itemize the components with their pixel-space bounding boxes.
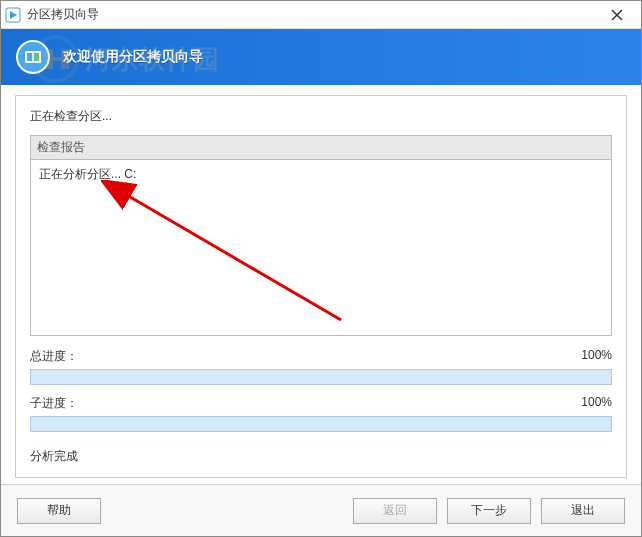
total-progress-label: 总进度： xyxy=(30,348,78,365)
button-bar: 帮助 返回 下一步 退出 xyxy=(1,484,641,536)
report-line: 正在分析分区... C: xyxy=(39,166,603,183)
svg-rect-7 xyxy=(34,53,39,61)
wizard-icon xyxy=(15,39,51,75)
back-button[interactable]: 返回 xyxy=(353,498,437,524)
total-progress-percent: 100% xyxy=(581,348,612,365)
sub-progress-percent: 100% xyxy=(581,395,612,412)
content-panel: 正在检查分区... 检查报告 正在分析分区... C: 总进度： 100% 子进… xyxy=(15,95,627,478)
sub-progress-fill xyxy=(31,417,611,431)
app-icon xyxy=(5,7,21,23)
wizard-header: 欢迎使用分区拷贝向导 xyxy=(1,29,641,85)
titlebar: 分区拷贝向导 xyxy=(1,1,641,29)
sub-progress-bar xyxy=(30,416,612,432)
total-progress-bar xyxy=(30,369,612,385)
window-title: 分区拷贝向导 xyxy=(27,6,597,23)
help-button[interactable]: 帮助 xyxy=(17,498,101,524)
total-progress-section: 总进度： 100% 子进度： 100% xyxy=(30,348,612,442)
sub-progress-label: 子进度： xyxy=(30,395,78,412)
content-area: 正在检查分区... 检查报告 正在分析分区... C: 总进度： 100% 子进… xyxy=(1,85,641,484)
next-button[interactable]: 下一步 xyxy=(447,498,531,524)
wizard-window: 分区拷贝向导 欢迎使用分区拷贝向导 xyxy=(0,0,642,537)
exit-button[interactable]: 退出 xyxy=(541,498,625,524)
report-header: 检查报告 xyxy=(30,135,612,159)
svg-rect-6 xyxy=(27,53,32,61)
finish-text: 分析完成 xyxy=(30,448,612,465)
wizard-header-title: 欢迎使用分区拷贝向导 xyxy=(63,48,203,66)
report-body: 正在分析分区... C: xyxy=(30,159,612,336)
total-progress-fill xyxy=(31,370,611,384)
status-text: 正在检查分区... xyxy=(30,108,612,125)
close-button[interactable] xyxy=(597,1,637,29)
